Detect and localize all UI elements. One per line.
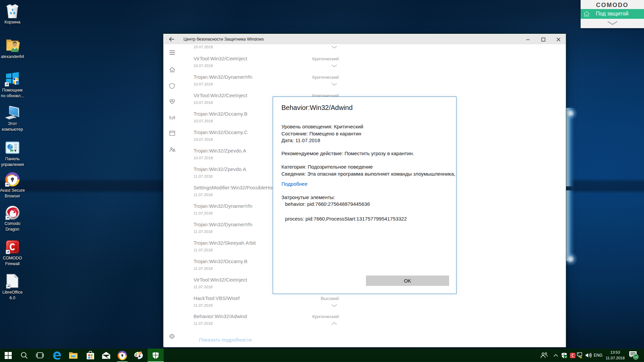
svg-text:14: 14: [634, 355, 638, 359]
